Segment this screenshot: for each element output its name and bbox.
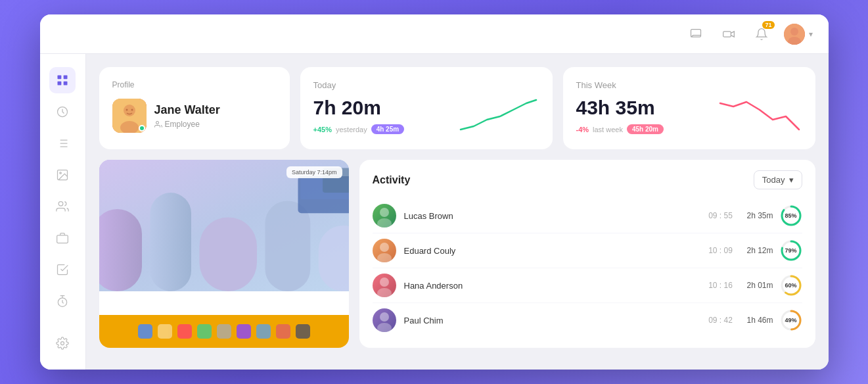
progress-label-3: 49% <box>785 317 796 324</box>
today-label: yesterday <box>336 126 367 133</box>
user-avatar-button[interactable]: ▾ <box>784 24 813 45</box>
sidebar-item-screenshots[interactable] <box>49 162 76 188</box>
online-indicator <box>139 125 145 132</box>
thisweek-title: This Week <box>576 80 802 90</box>
svg-point-20 <box>60 172 62 174</box>
taskbar-icon-6 <box>237 324 251 339</box>
taskbar-icon-7 <box>256 324 271 339</box>
activity-avatar-2 <box>373 274 396 297</box>
activity-avatar-3 <box>373 308 396 332</box>
activity-time-1: 10 : 09 <box>701 246 741 255</box>
activity-duration-2: 2h 01m <box>741 281 780 290</box>
topbar-right: 71 ▾ <box>685 24 813 45</box>
sidebar-item-dashboard[interactable] <box>49 67 76 93</box>
today-percent: +45% <box>313 126 332 133</box>
svg-point-29 <box>131 109 133 111</box>
svg-rect-10 <box>58 82 62 85</box>
activity-list: Lucas Brown 09 : 55 2h 35m 85% Eduard Co… <box>373 199 802 337</box>
profile-info: Jane Walter Employee <box>112 99 277 133</box>
topbar: 71 ▾ <box>40 14 829 54</box>
today-data: 7h 20m +45% yesterday 4h 25m <box>313 97 405 134</box>
thisweek-label: last week <box>593 126 623 133</box>
progress-label-1: 79% <box>785 247 796 254</box>
content-area: Profile <box>86 54 829 370</box>
activity-avatar-1 <box>373 239 396 262</box>
chat-icon-button[interactable] <box>685 24 706 45</box>
thisweek-value: 43h 35m <box>576 97 664 119</box>
screenshot-3d-visual: Saturday 7:14pm <box>99 160 349 291</box>
taskbar-icon-8 <box>276 324 290 339</box>
activity-filter-label: Today <box>762 175 785 185</box>
svg-rect-4 <box>723 31 731 36</box>
thisweek-card: This Week 43h 35m -4% last week 45h 20m <box>563 67 815 149</box>
profile-name: Jane Walter <box>154 103 220 117</box>
progress-ring-1: 79% <box>780 239 802 262</box>
screenshot-card: Saturday 7:14pm <box>99 160 349 348</box>
today-card: Today 7h 20m +45% yesterday 4h 25m <box>300 67 553 149</box>
today-inner: 7h 20m +45% yesterday 4h 25m <box>313 97 539 136</box>
svg-rect-22 <box>57 235 68 243</box>
activity-name-1: Eduard Couly <box>404 246 701 256</box>
svg-rect-35 <box>265 201 310 292</box>
sidebar-item-team[interactable] <box>49 193 76 220</box>
sidebar-item-settings[interactable] <box>49 330 76 356</box>
employee-icon <box>154 120 162 128</box>
activity-name-2: Hana Anderson <box>404 281 701 291</box>
progress-label-0: 85% <box>785 212 796 219</box>
taskbar-icon-3 <box>177 324 192 339</box>
user-avatar <box>784 24 805 45</box>
profile-role-label: Employee <box>165 120 200 129</box>
svg-rect-9 <box>64 76 68 80</box>
activity-name-3: Paul Chim <box>404 316 701 325</box>
svg-point-30 <box>156 121 158 124</box>
svg-point-46 <box>380 243 389 252</box>
notification-badge: 71 <box>762 21 774 29</box>
thisweek-inner: 43h 35m -4% last week 45h 20m <box>576 97 802 136</box>
svg-point-6 <box>790 28 798 36</box>
activity-header: Activity Today ▾ <box>373 170 802 189</box>
today-badge: 4h 25m <box>371 124 404 134</box>
chevron-down-icon: ▾ <box>809 30 813 39</box>
svg-point-51 <box>380 277 389 287</box>
svg-rect-34 <box>199 218 257 292</box>
activity-time-2: 10 : 16 <box>701 281 741 290</box>
taskbar-bar <box>99 315 349 348</box>
activity-time-0: 09 : 55 <box>701 211 741 220</box>
video-icon-button[interactable] <box>718 24 739 45</box>
profile-role: Employee <box>154 120 220 129</box>
sidebar-item-timer[interactable] <box>49 288 76 314</box>
profile-details: Jane Walter Employee <box>154 103 220 129</box>
sidebar-item-projects[interactable] <box>49 225 76 251</box>
thisweek-chart <box>717 97 802 136</box>
activity-duration-3: 1h 46m <box>741 316 780 325</box>
activity-duration-1: 2h 12m <box>741 246 780 255</box>
notification-button[interactable]: 71 <box>751 24 772 45</box>
sidebar-item-clock[interactable] <box>49 99 76 125</box>
svg-rect-32 <box>99 209 142 291</box>
thisweek-data: 43h 35m -4% last week 45h 20m <box>576 97 664 134</box>
screenshot-preview: Saturday 7:14pm <box>99 160 349 291</box>
taskbar-icon-2 <box>158 324 172 339</box>
activity-name-0: Lucas Brown <box>404 211 701 221</box>
today-chart <box>454 97 539 136</box>
profile-card-title: Profile <box>112 80 277 89</box>
activity-title: Activity <box>373 174 411 186</box>
sidebar-item-reports[interactable] <box>49 256 76 283</box>
today-meta: +45% yesterday 4h 25m <box>313 124 405 134</box>
main-window: 71 ▾ <box>40 14 829 370</box>
activity-row: Paul Chim 09 : 42 1h 46m 49% <box>373 303 802 337</box>
svg-rect-8 <box>58 76 62 80</box>
taskbar-icon-5 <box>217 324 231 339</box>
activity-row: Lucas Brown 09 : 55 2h 35m 85% <box>373 199 802 233</box>
activity-filter-dropdown[interactable]: Today ▾ <box>754 170 802 189</box>
progress-ring-2: 60% <box>780 274 802 297</box>
today-title: Today <box>313 80 539 90</box>
sidebar-item-list[interactable] <box>49 130 76 156</box>
bottom-section: Saturday 7:14pm <box>99 160 815 348</box>
thisweek-badge: 45h 20m <box>627 124 664 134</box>
taskbar-icon-4 <box>197 324 212 339</box>
profile-avatar <box>112 99 147 133</box>
today-value: 7h 20m <box>313 97 405 119</box>
svg-point-28 <box>126 109 127 111</box>
svg-point-56 <box>380 312 389 322</box>
